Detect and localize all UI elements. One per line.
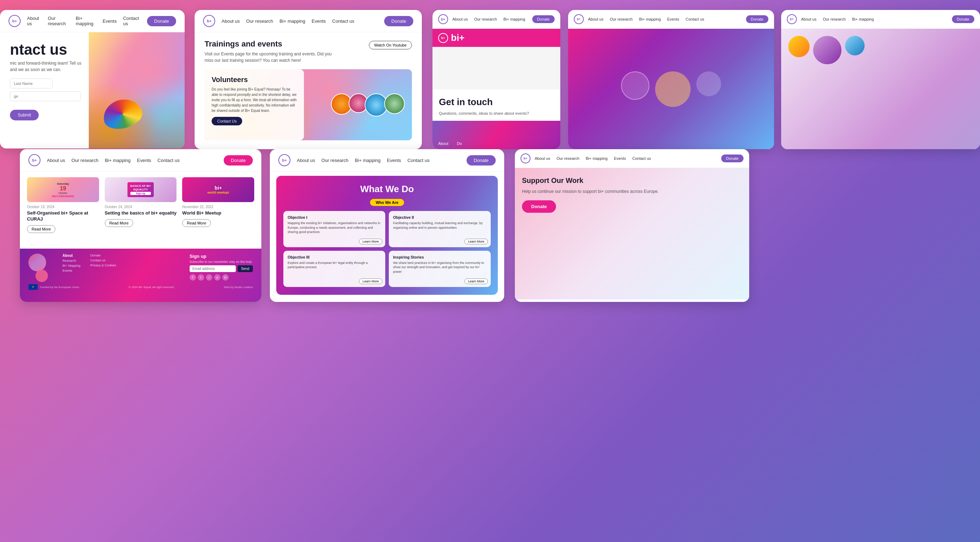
nav-contact-2[interactable]: Contact us <box>332 19 354 24</box>
donate-btn-11[interactable]: Donate <box>721 155 743 162</box>
nav-research-11[interactable]: Our research <box>557 156 579 161</box>
footer-do-link[interactable]: Do <box>457 141 462 146</box>
footer-about-label: About <box>62 253 80 258</box>
twitter-icon[interactable]: t <box>198 274 204 281</box>
youtube-icon[interactable]: y <box>214 274 221 281</box>
last-name-input[interactable] <box>10 78 52 88</box>
nav-contact-9[interactable]: Contact us <box>686 17 705 21</box>
obj-2-desc: Facilitating capacity building, mutual l… <box>393 221 487 230</box>
nav-about-9[interactable]: About us <box>588 17 603 21</box>
blob-blue <box>845 36 865 56</box>
footer-about-link[interactable]: About <box>438 141 449 146</box>
nav-logo-4: b+ <box>29 154 40 166</box>
nav-contact-4[interactable]: Contact us <box>158 158 180 163</box>
event-date-1: October 19, 2024 <box>27 205 99 209</box>
event-title-2: Setting the basics of bi+ equality <box>105 210 177 216</box>
footer-signup-title: Sign up <box>189 253 253 259</box>
donate-btn-9[interactable]: Donate <box>746 15 768 23</box>
donate-btn-3[interactable]: Donate <box>532 15 555 23</box>
donate-btn-10[interactable]: Donate <box>952 15 974 23</box>
footer-bimap-link[interactable]: Bi+ Mapping <box>62 264 80 268</box>
copyright-text: © 2024 Bi+ Equal. All right reserved. <box>129 285 174 289</box>
learn-more-btn-2[interactable]: Learn More <box>465 239 488 244</box>
nav-about-11[interactable]: About us <box>535 156 550 161</box>
card11-donate-btn[interactable]: Donate <box>522 200 556 213</box>
donate-btn-1[interactable]: Donate <box>147 16 176 26</box>
bi-label: bi+ <box>451 32 465 43</box>
nav-events-9[interactable]: Events <box>667 17 679 21</box>
events-body: Saturday 19 October SELF-ORGANISED Octob… <box>20 172 261 236</box>
nav-mapping-4[interactable]: Bi+ mapping <box>105 158 130 163</box>
nav-contact-11[interactable]: Contact us <box>632 156 651 161</box>
learn-more-btn-3[interactable]: Learn More <box>359 279 382 284</box>
nav-contact-1[interactable]: Contact us <box>123 16 141 26</box>
read-more-btn-3[interactable]: Read More <box>182 219 210 227</box>
nav-research-3[interactable]: Our research <box>474 17 497 21</box>
nav-mapping-9[interactable]: Bi+ mapping <box>639 17 661 21</box>
watch-youtube-btn[interactable]: Watch On Youtube <box>369 41 412 49</box>
footer-send-btn[interactable]: Send <box>237 265 253 272</box>
card10-body <box>781 29 980 149</box>
nav-events-5[interactable]: Events <box>387 158 401 163</box>
trainings-title: Trainings and events <box>205 40 332 49</box>
message-input[interactable] <box>10 91 81 101</box>
nav-about-4[interactable]: About us <box>47 158 65 163</box>
nav-events-2[interactable]: Events <box>312 19 326 24</box>
nav-mapping-1[interactable]: Bi+ mapping <box>76 16 96 26</box>
nav-links-4: About us Our research Bi+ mapping Events… <box>47 158 217 163</box>
nav-mapping-11[interactable]: Bi+ mapping <box>586 156 608 161</box>
nav-research-5[interactable]: Our research <box>321 158 348 163</box>
nav-research-1[interactable]: Our research <box>48 16 69 26</box>
submit-btn[interactable]: Submit <box>10 110 39 120</box>
donate-btn-4[interactable]: Donate <box>224 155 253 166</box>
nav-links-9: About us Our research Bi+ mapping Events… <box>588 17 742 21</box>
get-in-touch-card: b+ About us Our research Bi+ mapping Don… <box>433 10 560 149</box>
footer-contact-link[interactable]: Contact us <box>90 258 116 262</box>
card10-content <box>781 29 980 72</box>
nav-about-3[interactable]: About us <box>452 17 468 21</box>
instagram-icon[interactable]: i <box>206 274 212 281</box>
donate-btn-2[interactable]: Donate <box>384 16 413 26</box>
nav-research-4[interactable]: Our research <box>72 158 99 163</box>
nav-research-10[interactable]: Our research <box>823 17 845 21</box>
nav-events-4[interactable]: Events <box>137 158 151 163</box>
footer-donate-link[interactable]: Donate <box>90 253 116 257</box>
linkedin-icon[interactable]: in <box>222 274 229 281</box>
nav-links-3: About us Our research Bi+ mapping <box>452 17 528 21</box>
nav-about-5[interactable]: About us <box>297 158 315 163</box>
nav-about-10[interactable]: About us <box>801 17 816 21</box>
footer-privacy-link[interactable]: Privacy & Cookies <box>90 263 116 267</box>
read-more-btn-2[interactable]: Read More <box>105 219 133 227</box>
nav-mapping-3[interactable]: Bi+ mapping <box>503 17 525 21</box>
volunteers-contact-btn[interactable]: Contact Us <box>212 117 242 125</box>
nav-about-1[interactable]: About us <box>27 16 41 26</box>
nav-events-1[interactable]: Events <box>103 19 117 24</box>
footer-email-input[interactable] <box>189 265 236 272</box>
donate-card: b+ About us Our research Bi+ mapping Eve… <box>515 149 749 302</box>
nav-mapping-5[interactable]: Bi+ mapping <box>355 158 381 163</box>
card9-content <box>575 36 767 142</box>
nav-events-11[interactable]: Events <box>614 156 626 161</box>
card9-hero <box>568 29 774 149</box>
nav-research-9[interactable]: Our research <box>610 17 632 21</box>
nav-mapping-10[interactable]: Bi+ mapping <box>852 17 874 21</box>
nav-about-2[interactable]: About us <box>221 19 240 24</box>
donate-btn-5[interactable]: Donate <box>466 155 496 166</box>
objectives-grid: Objective I Mapping the existing bi+ ini… <box>283 211 491 287</box>
nav-research-2[interactable]: Our research <box>246 19 273 24</box>
nav-links-11: About us Our research Bi+ mapping Events… <box>535 156 717 161</box>
learn-more-btn-1[interactable]: Learn More <box>359 239 382 244</box>
footer-events-link[interactable]: Events <box>62 269 80 273</box>
nav-bar-9: b+ About us Our research Bi+ mapping Eve… <box>568 10 774 29</box>
nav-contact-5[interactable]: Contact us <box>407 158 430 163</box>
who-we-are-btn[interactable]: Who We Are <box>370 199 404 206</box>
read-more-btn-1[interactable]: Read More <box>27 225 56 233</box>
nav-mapping-2[interactable]: Bi+ mapping <box>280 19 305 24</box>
event-img-3: bi+ world meetup! <box>182 177 254 202</box>
inspiring-stories-card: Inspiring Stories We share best practice… <box>389 251 491 287</box>
facebook-icon[interactable]: f <box>189 274 196 281</box>
nav-bar-2: b+ About us Our research Bi+ mapping Eve… <box>194 10 422 32</box>
footer-research-link[interactable]: Research <box>62 259 80 263</box>
nav-logo-10: b+ <box>787 14 797 24</box>
learn-more-btn-4[interactable]: Learn More <box>465 279 488 284</box>
